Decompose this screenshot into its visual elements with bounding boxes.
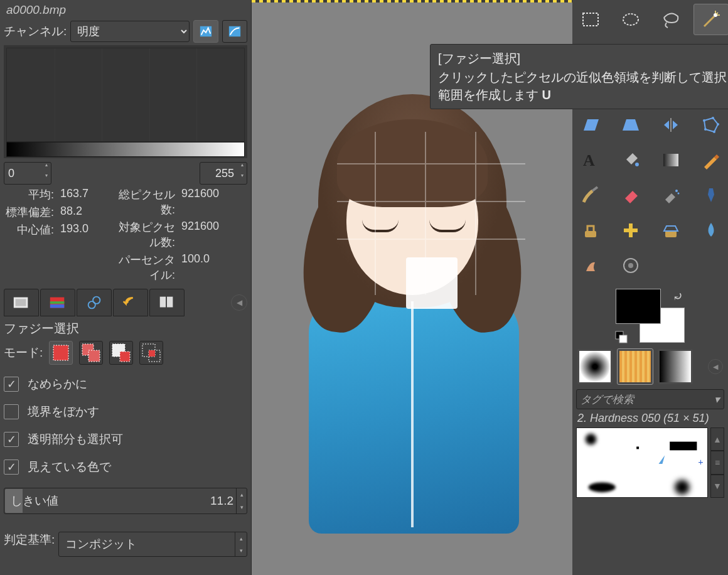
shear-tool-icon[interactable]: [573, 109, 608, 141]
tool-options-title: ファジー選択: [4, 320, 247, 337]
antialias-checkbox[interactable]: なめらかに: [4, 376, 247, 392]
smudge-tool-icon[interactable]: [573, 250, 608, 281]
file-name: a0000.bmp: [4, 3, 247, 18]
mode-add-icon[interactable]: [79, 341, 103, 365]
perspective-clone-tool-icon[interactable]: [653, 215, 688, 246]
svg-point-51: [675, 480, 690, 495]
select-transparent-checkbox[interactable]: 透明部分も選択可: [4, 431, 247, 448]
svg-rect-37: [663, 154, 678, 166]
svg-text:A: A: [583, 151, 595, 169]
svg-rect-19: [583, 13, 598, 26]
svg-rect-6: [50, 304, 65, 308]
tab-undo-history-icon[interactable]: [77, 289, 112, 316]
svg-rect-3: [16, 299, 26, 306]
svg-point-34: [704, 128, 707, 131]
tab-images-icon[interactable]: [149, 289, 185, 316]
svg-point-33: [713, 131, 715, 133]
sample-merged-checkbox[interactable]: 見えている色で: [4, 459, 247, 475]
pencil-tool-icon[interactable]: [693, 144, 728, 176]
lasso-tool-icon[interactable]: [653, 4, 688, 35]
default-colors-icon[interactable]: [614, 330, 628, 344]
mode-subtract-icon[interactable]: [109, 341, 133, 365]
histogram-range-max[interactable]: ▴▾: [200, 162, 247, 185]
svg-point-36: [635, 163, 639, 166]
svg-rect-13: [88, 350, 100, 362]
brush-scroll-up-icon[interactable]: ▲: [710, 427, 724, 451]
svg-point-32: [717, 123, 719, 126]
svg-point-20: [623, 14, 638, 25]
svg-point-43: [628, 263, 633, 268]
fuzzy-select-tool-icon[interactable]: [693, 4, 728, 35]
brush-scroll-down-icon[interactable]: ▼: [710, 475, 724, 498]
collapse-right-panel-icon[interactable]: ◀: [708, 359, 723, 374]
mode-label: モード:: [4, 345, 43, 361]
text-tool-icon[interactable]: A: [573, 144, 608, 176]
dodge-burn-tool-icon[interactable]: [613, 250, 648, 281]
ellipse-select-tool-icon[interactable]: [613, 4, 648, 35]
canvas-image: [287, 94, 538, 534]
pattern-thumb[interactable]: [618, 349, 653, 384]
svg-point-30: [703, 119, 705, 122]
eraser-tool-icon[interactable]: [613, 180, 648, 211]
svg-rect-15: [120, 352, 130, 362]
svg-rect-11: [53, 345, 68, 360]
criterion-select[interactable]: コンポジット ▴▾: [58, 532, 247, 557]
paintbrush-tool-icon[interactable]: [573, 180, 608, 211]
tab-tool-options-icon[interactable]: [4, 289, 39, 316]
foreground-color[interactable]: [616, 289, 661, 324]
svg-rect-10: [167, 297, 173, 308]
brush-thumb[interactable]: [577, 349, 613, 384]
svg-rect-41: [665, 231, 677, 237]
blur-tool-icon[interactable]: [693, 215, 728, 246]
clone-tool-icon[interactable]: [573, 215, 608, 246]
gradient-thumb[interactable]: [658, 349, 693, 384]
histogram-linear-icon[interactable]: [193, 20, 218, 43]
fg-bg-color[interactable]: ⤾: [616, 289, 685, 343]
channel-label: チャンネル:: [4, 23, 67, 40]
svg-point-38: [675, 190, 678, 192]
feather-checkbox[interactable]: 境界をぼかす: [4, 404, 247, 420]
svg-rect-47: [636, 446, 639, 449]
tag-search-input[interactable]: タグで検索 ▾: [576, 389, 724, 409]
flip-tool-icon[interactable]: [653, 109, 688, 141]
svg-point-8: [93, 297, 100, 304]
histogram-range-min[interactable]: ▴▾: [4, 162, 51, 185]
heal-tool-icon[interactable]: [613, 215, 648, 246]
brush-preview[interactable]: +: [576, 427, 708, 498]
swap-colors-icon[interactable]: ⤾: [673, 289, 683, 304]
criterion-label: 判定基準:: [4, 532, 55, 548]
svg-rect-9: [160, 297, 166, 308]
mode-intersect-icon[interactable]: [139, 341, 163, 365]
threshold-slider[interactable]: しきい値 11.2 ▴▾: [4, 488, 247, 514]
histogram-display: [4, 45, 247, 158]
ink-tool-icon[interactable]: [693, 180, 728, 211]
perspective-tool-icon[interactable]: [613, 109, 648, 141]
tab-undo-icon[interactable]: [113, 289, 148, 316]
svg-rect-48: [670, 442, 697, 451]
svg-rect-18: [149, 350, 155, 357]
mode-replace-icon[interactable]: [49, 341, 73, 365]
cage-tool-icon[interactable]: [693, 109, 728, 141]
svg-point-39: [678, 193, 680, 195]
channel-select[interactable]: 明度: [70, 21, 190, 42]
histogram-log-icon[interactable]: [222, 20, 247, 43]
airbrush-tool-icon[interactable]: [653, 180, 688, 211]
svg-point-46: [586, 434, 597, 445]
fuzzy-select-tooltip: [ファジー選択] クリックしたピクセルの近似色領域を判断して選択範囲を作成します…: [430, 44, 728, 109]
brush-list-menu-icon[interactable]: ≡: [710, 451, 724, 474]
svg-point-31: [712, 117, 714, 119]
rect-select-tool-icon[interactable]: [573, 4, 608, 35]
svg-point-50: [589, 482, 616, 492]
svg-rect-45: [619, 335, 627, 343]
svg-text:+: +: [698, 458, 703, 467]
blend-tool-icon[interactable]: [653, 144, 688, 176]
svg-rect-5: [50, 301, 65, 304]
active-brush-label: 2. Hardness 050 (51 × 51): [576, 409, 724, 427]
collapse-panel-icon[interactable]: ◀: [231, 294, 247, 311]
tab-device-status-icon[interactable]: [40, 289, 75, 316]
svg-rect-40: [585, 231, 596, 237]
histogram-stats: 平均:163.7 標準偏差:88.2 中心値:193.0 総ピクセル数:9216…: [4, 187, 247, 282]
bucket-fill-tool-icon[interactable]: [613, 144, 648, 176]
